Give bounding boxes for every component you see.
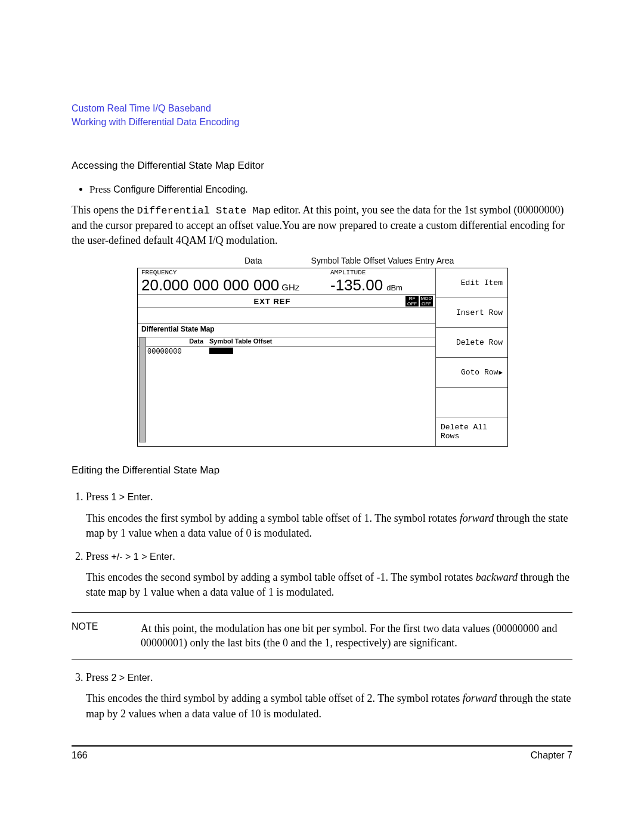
instrument-screen: FREQUENCY 20.000 000 000 000 GHz AMPLITU…	[138, 268, 436, 446]
chevron-right-icon: ▶	[499, 368, 503, 376]
step-1-body: This encodes the first symbol by adding …	[86, 511, 572, 541]
ui-text-2-enter: 2 > Enter	[112, 673, 150, 683]
step-3-body: This encodes the third symbol by adding …	[86, 691, 572, 721]
col-header-data: Data	[141, 337, 209, 345]
bullet-configure: Press Configure Differential Encoding.	[89, 184, 572, 196]
ui-text-configure: Configure Differential Encoding	[113, 184, 245, 194]
note-label: NOTE	[72, 621, 141, 651]
step-2: Press +/- > 1 > Enter. This encodes the …	[86, 549, 572, 600]
step-2-body: This encodes the second symbol by adding…	[86, 570, 572, 600]
col-header-offset: Symbol Table Offset	[209, 337, 435, 345]
note-box: NOTE At this point, the modulation has o…	[72, 612, 572, 660]
header-link-2: Working with Differential Data Encoding	[72, 115, 572, 129]
frequency-label: FREQUENCY	[141, 269, 330, 276]
section-title-editing: Editing the Differential State Map	[72, 465, 572, 476]
softkey-goto-row[interactable]: Goto Row▶	[436, 358, 507, 388]
softkey-delete-all-rows[interactable]: Delete All Rows	[436, 417, 507, 447]
table-row: 00000000	[138, 346, 435, 357]
section-title-accessing: Accessing the Differential State Map Edi…	[72, 160, 572, 172]
step-3: Press 2 > Enter. This encodes the third …	[86, 670, 572, 721]
mono-diff-state-map: Differential State Map	[137, 205, 271, 216]
softkey-delete-row[interactable]: Delete Row	[436, 328, 507, 358]
softkey-blank	[436, 388, 507, 417]
fig-label-data: Data	[244, 256, 262, 265]
ext-ref-indicator: EXT REF	[140, 297, 404, 306]
note-text: At this point, the modulation has one bi…	[141, 621, 572, 651]
frequency-unit: GHz	[281, 282, 299, 292]
rf-off-indicator: RF OFF	[405, 296, 419, 306]
page-number: 166	[72, 750, 88, 761]
instrument-screenshot: FREQUENCY 20.000 000 000 000 GHz AMPLITU…	[137, 268, 508, 447]
figure-wrap: Data Symbol Table Offset Values Entry Ar…	[137, 256, 507, 447]
softkey-panel: Edit Item Insert Row Delete Row Goto Row…	[436, 268, 507, 446]
ui-text-plusminus-1-enter: +/- > 1 > Enter	[112, 552, 173, 562]
fig-label-symbol-area: Symbol Table Offset Values Entry Area	[311, 256, 454, 265]
table-title: Differential State Map	[138, 324, 435, 337]
softkey-insert-row[interactable]: Insert Row	[436, 298, 507, 328]
amplitude-value: -135.00	[330, 276, 383, 295]
softkey-edit-item[interactable]: Edit Item	[436, 268, 507, 298]
scrollbar[interactable]	[139, 337, 146, 442]
chapter-label: Chapter 7	[531, 750, 572, 761]
amplitude-label: AMPLITUDE	[330, 269, 432, 276]
step-1: Press 1 > Enter. This encodes the first …	[86, 490, 572, 541]
ui-text-1-enter: 1 > Enter	[112, 492, 150, 502]
offset-entry-cursor[interactable]	[209, 348, 233, 354]
amplitude-unit: dBm	[386, 283, 402, 292]
para-opens-editor: This opens the Differential State Map ed…	[72, 203, 572, 247]
page-footer: 166 Chapter 7	[72, 745, 572, 761]
row-data-value: 00000000	[141, 348, 209, 357]
header-link-1: Custom Real Time I/Q Baseband	[72, 101, 572, 115]
mod-off-indicator: MOD OFF	[420, 296, 433, 306]
frequency-value: 20.000 000 000 000	[141, 276, 279, 295]
